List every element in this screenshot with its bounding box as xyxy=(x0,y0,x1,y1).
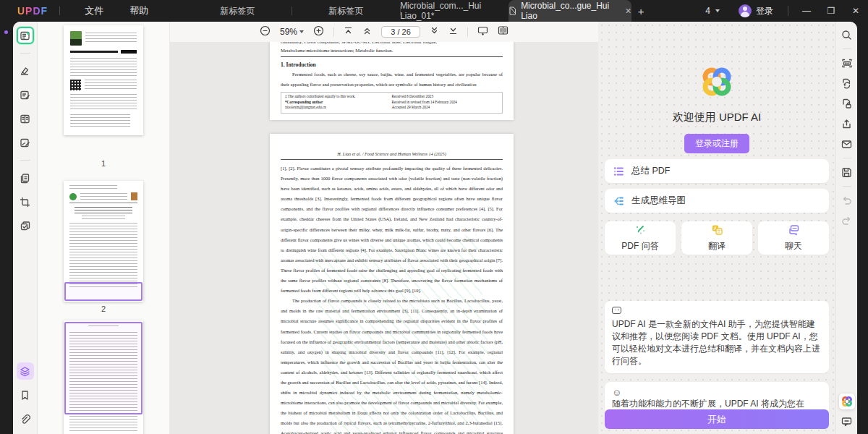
crop-icon[interactable] xyxy=(17,193,34,210)
view-toolbar: 59% 3 / 26 xyxy=(170,22,598,42)
form-fields-icon[interactable] xyxy=(17,110,34,127)
tab-count-dropdown[interactable]: 4 xyxy=(705,6,720,16)
next-page-icon[interactable] xyxy=(430,25,439,38)
ai-info-text: UPDF AI 是一款全新的文件AI 助手，为您提供智能建议和推荐，以便您阅读 … xyxy=(612,318,822,367)
chat-card[interactable]: 聊天 xyxy=(758,221,829,255)
footnote-left: ‡ The authors contributed equally to thi… xyxy=(285,94,392,111)
updf-ai-logo xyxy=(700,65,733,101)
tab-document-1[interactable]: Microbial_com..._Hui Liao_01* xyxy=(400,0,509,22)
stamp-icon[interactable] xyxy=(17,217,34,234)
thumbnail-page-3[interactable] xyxy=(64,320,143,434)
thumbnail-page-1[interactable] xyxy=(64,25,143,135)
chevron-down-icon xyxy=(715,9,720,12)
document-column: 59% 3 / 26 community; Flavor compounds; … xyxy=(170,22,598,434)
search-icon[interactable] xyxy=(839,27,855,43)
titlebar: UPDF 文件 帮助 新标签页 新标签页 Microbial_com..._Hu… xyxy=(0,0,868,22)
ai-welcome-title: 欢迎使用 UPDF AI xyxy=(673,111,762,124)
last-page-icon[interactable] xyxy=(448,25,458,38)
tab-document-2-active[interactable]: Microbial_co...gue_Hui Liao ✕ xyxy=(509,0,631,22)
thumb-cover-image xyxy=(70,31,82,46)
divider xyxy=(281,159,503,160)
visible-region-indicator xyxy=(64,282,142,301)
mail-icon[interactable] xyxy=(839,136,855,152)
feedback-icon[interactable] xyxy=(839,414,855,430)
right-tool-strip xyxy=(835,22,857,434)
sign-icon[interactable] xyxy=(17,134,34,151)
window-maximize-button[interactable]: ❐ xyxy=(819,0,843,22)
highlighter-icon[interactable] xyxy=(17,62,34,80)
summarize-pdf-card[interactable]: 总结 PDF xyxy=(605,159,829,183)
tab-new-2[interactable]: 新标签页 xyxy=(292,0,400,22)
updf-ai-panel: 欢迎使用 UPDF AI 登录或注册 总结 PDF 生成思维导图 PDF 问答 xyxy=(598,22,835,434)
updf-logo: UPDF xyxy=(17,5,48,17)
main-window: 1 2 3 59% xyxy=(13,22,857,434)
attachment-icon[interactable] xyxy=(17,410,34,427)
footnote-right: Received 8 December 2023 Received in rev… xyxy=(392,94,499,111)
login-account[interactable]: 登录 xyxy=(739,4,773,17)
footnote-box: ‡ The authors contributed equally to thi… xyxy=(281,92,503,114)
thumbnail-page-number: 2 xyxy=(38,305,169,313)
document-viewport[interactable]: community; Flavor compounds; SPME-GC-MS;… xyxy=(170,42,598,434)
translate-card[interactable]: A文 翻译 xyxy=(681,221,752,255)
window-close-button[interactable]: ✕ xyxy=(843,0,868,22)
divider xyxy=(843,158,851,158)
ai-info-box-1: UPDF AI 是一款全新的文件AI 助手，为您提供智能建议和推荐，以便您阅读 … xyxy=(605,301,829,373)
section-heading: 1. Introduction xyxy=(281,61,503,68)
page-number-input[interactable]: 3 / 26 xyxy=(381,26,420,38)
divider xyxy=(333,27,334,37)
paragraph: The production of flavor compounds is cl… xyxy=(281,296,503,434)
zoom-in-icon[interactable] xyxy=(313,25,324,39)
left-tool-sidebar xyxy=(13,22,38,434)
comment-edit-icon[interactable] xyxy=(17,86,34,103)
login-register-button[interactable]: 登录或注册 xyxy=(684,134,749,153)
keywords-line: Metabolome-microbiome interactions; Meta… xyxy=(281,48,503,53)
robot-icon xyxy=(612,307,621,314)
window-minimize-button[interactable]: — xyxy=(794,0,819,22)
thumbnail-panel: 1 2 3 xyxy=(38,22,170,434)
protect-icon[interactable] xyxy=(839,95,855,111)
start-button[interactable]: 开始 xyxy=(605,409,829,429)
summarize-icon xyxy=(613,166,624,176)
running-header: H. Liao et al. / Food Science and Human … xyxy=(281,151,503,156)
tab-new-1[interactable]: 新标签页 xyxy=(183,0,292,22)
thumbnails-panel-icon[interactable] xyxy=(17,362,34,380)
smiley-icon: ☺ xyxy=(612,387,822,398)
chevron-down-icon xyxy=(299,30,304,33)
divider xyxy=(281,56,503,57)
divider xyxy=(788,6,788,16)
pdf-page-2-fragment: community; Flavor compounds; SPME-GC-MS;… xyxy=(270,42,514,120)
menu-file[interactable]: 文件 xyxy=(72,4,116,17)
divider xyxy=(843,186,851,187)
titlebar-right: 4 登录 — ❐ ✕ xyxy=(705,0,868,22)
previous-page-icon[interactable] xyxy=(362,25,372,38)
redo-icon[interactable] xyxy=(839,213,855,229)
first-page-icon[interactable] xyxy=(344,25,353,38)
zoom-level-dropdown[interactable]: 59% xyxy=(280,27,304,37)
bookmark-icon[interactable] xyxy=(17,386,34,404)
generate-mindmap-card[interactable]: 生成思维导图 xyxy=(605,189,829,213)
undo-icon[interactable] xyxy=(839,192,855,208)
notification-dot xyxy=(4,30,8,34)
menu-help[interactable]: 帮助 xyxy=(116,4,161,17)
new-tab-button[interactable]: + xyxy=(631,0,650,22)
divider xyxy=(467,27,468,37)
tab-bar: 新标签页 新标签页 Microbial_com..._Hui Liao_01* … xyxy=(183,0,650,22)
divider xyxy=(59,7,60,15)
pdf-qa-card[interactable]: PDF 问答 xyxy=(605,221,676,255)
thumb-qr-code xyxy=(70,80,81,90)
presentation-mode-icon[interactable] xyxy=(477,25,488,38)
svg-text:文: 文 xyxy=(717,229,721,234)
chat-icon xyxy=(788,224,799,237)
updf-ai-fab-icon[interactable] xyxy=(839,393,855,409)
thumbnail-page-number: 1 xyxy=(38,159,169,168)
reading-mode-icon[interactable] xyxy=(498,25,509,38)
zoom-out-icon[interactable] xyxy=(260,25,271,39)
thumbnail-page-2[interactable] xyxy=(64,181,143,302)
convert-icon[interactable] xyxy=(839,75,855,91)
organize-pages-icon[interactable] xyxy=(17,169,34,187)
reader-mode-icon[interactable] xyxy=(17,27,34,44)
tab-close-icon[interactable]: ✕ xyxy=(625,7,631,16)
share-icon[interactable] xyxy=(839,116,855,132)
ocr-icon[interactable] xyxy=(839,55,855,71)
save-icon[interactable] xyxy=(839,164,855,180)
